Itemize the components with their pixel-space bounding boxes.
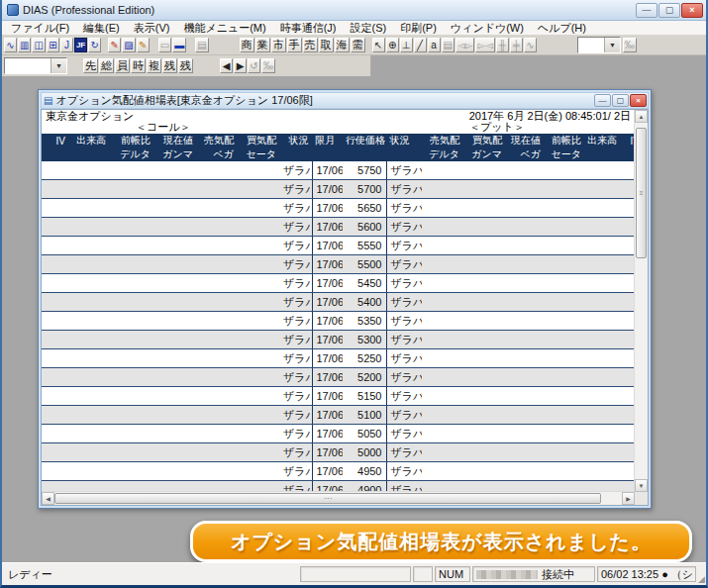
scroll-right-icon[interactable]: ▶: [622, 492, 635, 505]
vertical-scrollbar[interactable]: ▲ ≡ ▼: [634, 110, 648, 492]
cell-status_put: ザラバ: [386, 255, 422, 274]
cell-empty: [544, 312, 584, 331]
cell-empty: [237, 331, 279, 349]
cell-strike: 5350: [343, 312, 386, 331]
cell-empty: [422, 218, 462, 237]
market-uri-button[interactable]: 売: [303, 38, 318, 52]
cell-empty: [618, 462, 635, 481]
filter-ji-button[interactable]: 時: [131, 58, 146, 73]
menu-item[interactable]: ヘルプ(H): [531, 22, 593, 35]
quote-board-icon[interactable]: ◫: [32, 38, 45, 52]
child-window-body: 東京金オプション 2017年 6月 2日(金) 08:45:01/ 2日 ＜コー…: [41, 109, 649, 506]
child-minimize-button[interactable]: —: [594, 94, 611, 107]
filter-sou-button[interactable]: 総: [99, 58, 114, 73]
market-gyou-button[interactable]: 業: [255, 38, 270, 52]
title-bar[interactable]: DIAS (Professional Edition) — ▢ ×: [2, 0, 706, 21]
cell-empty: [153, 199, 196, 218]
filter-fuku-button[interactable]: 複: [147, 58, 161, 73]
vertical-scroll-thumb[interactable]: ≡: [636, 128, 647, 258]
menu-item[interactable]: 機能メニュー(M): [176, 22, 272, 35]
line-chart-icon[interactable]: ∿: [4, 38, 17, 52]
cell-empty: [584, 387, 618, 406]
cell-empty: [42, 255, 68, 274]
maximize-button[interactable]: ▢: [658, 3, 680, 18]
menu-item[interactable]: ウィンドウ(W): [444, 22, 531, 35]
cell-status_put: ザラバ: [386, 161, 422, 180]
table-row: ザラバ17/065100ザラバ: [42, 406, 635, 425]
cell-status_put: ザラバ: [386, 331, 422, 349]
menu-item[interactable]: 設定(S): [344, 22, 394, 35]
cell-strike: 5700: [343, 180, 386, 199]
child-title-bar[interactable]: ▤ オプション気配値相場表[東京金オプション 17/06限] — ▢ ×: [41, 92, 649, 109]
cell-empty: [462, 312, 505, 331]
minimize-button[interactable]: —: [636, 3, 657, 18]
stamp-tool-icon[interactable]: ⊕: [386, 38, 399, 52]
horizontal-scroll-thumb[interactable]: ⋯: [54, 493, 601, 504]
cell-empty: [544, 293, 584, 312]
cell-empty: [505, 462, 544, 481]
cell-empty: [109, 312, 153, 331]
j-chart-icon[interactable]: J: [60, 38, 73, 52]
cell-empty: [237, 180, 279, 199]
table-row: ザラバ17/065450ザラバ: [42, 274, 635, 293]
filter-zan-button[interactable]: 残: [162, 58, 177, 73]
scroll-left-icon[interactable]: ◀: [42, 492, 54, 505]
cell-status_put: ザラバ: [386, 349, 422, 368]
cell-empty: [68, 161, 109, 180]
cell-empty: [618, 255, 635, 274]
scroll-down-icon[interactable]: ▼: [635, 479, 648, 492]
pin-tool-icon[interactable]: ⊥: [400, 38, 413, 52]
market-shou-button[interactable]: 商: [240, 38, 254, 52]
scroll-up-icon[interactable]: ▲: [635, 110, 648, 123]
memo-edit-icon[interactable]: ✎: [137, 38, 150, 52]
text-tool-icon[interactable]: a: [428, 38, 441, 52]
child-close-button[interactable]: ×: [630, 94, 647, 107]
horizontal-scrollbar[interactable]: ◀ ⋯ ▶: [42, 491, 635, 505]
print-icon: ▤: [195, 38, 208, 52]
menu-item[interactable]: 編集(E): [76, 22, 127, 35]
cell-empty: [584, 180, 618, 199]
cell-empty: [618, 331, 635, 349]
filter-zan2-button[interactable]: 残: [178, 58, 193, 73]
jf-chart-icon[interactable]: JF: [74, 38, 87, 52]
filter-saki-button[interactable]: 先: [83, 58, 98, 73]
close-button[interactable]: ×: [681, 3, 703, 18]
symbol-select[interactable]: ▼: [4, 57, 67, 74]
market-ju-button[interactable]: 需: [351, 38, 365, 52]
cell-empty: [109, 161, 153, 180]
cell-empty: [462, 161, 505, 180]
cell-status_call: ザラバ: [279, 312, 312, 331]
cell-empty: [618, 349, 635, 368]
marker-pen-icon[interactable]: ✎: [108, 38, 121, 52]
refresh-icon[interactable]: ↻: [88, 38, 101, 52]
dropdown-arrow-icon[interactable]: ▼: [604, 38, 620, 52]
market-kai-button[interactable]: 海: [335, 38, 350, 52]
grid-table-icon[interactable]: ⊞: [47, 38, 59, 52]
line-tool-icon[interactable]: ╱: [414, 38, 427, 52]
column-header: 状況: [279, 134, 312, 147]
cell-empty: [196, 293, 237, 312]
pointer-tool-icon[interactable]: ↖: [372, 38, 385, 52]
chart-edit-icon[interactable]: ▨: [122, 38, 135, 52]
menu-item[interactable]: 表示(V): [127, 22, 177, 35]
market-te-button[interactable]: 手: [287, 38, 302, 52]
cell-strike: 5250: [343, 349, 386, 368]
window-tile-icon[interactable]: ▬: [172, 38, 186, 52]
cell-empty: [196, 199, 237, 218]
cell-empty: [422, 312, 462, 331]
market-shi-button[interactable]: 市: [271, 38, 286, 52]
dropdown-arrow-icon[interactable]: ▼: [51, 58, 66, 73]
child-maximize-button[interactable]: ▢: [612, 94, 629, 107]
candle-chart-icon[interactable]: ▥: [18, 38, 31, 52]
filter-in-button[interactable]: 員: [115, 58, 130, 73]
period-select[interactable]: ▼: [577, 37, 621, 53]
menu-item[interactable]: ファイル(F): [4, 22, 76, 35]
menu-item[interactable]: 印刷(P): [393, 22, 444, 35]
cell-empty: [422, 387, 462, 406]
cell-empty: [196, 255, 237, 274]
next-page-button[interactable]: ▶: [234, 58, 247, 73]
menu-item[interactable]: 時事通信(J): [273, 22, 344, 35]
market-tori-button[interactable]: 取: [319, 38, 334, 52]
prev-page-button[interactable]: ◀: [220, 58, 233, 73]
toolbar-group: ▭▬: [158, 38, 187, 52]
